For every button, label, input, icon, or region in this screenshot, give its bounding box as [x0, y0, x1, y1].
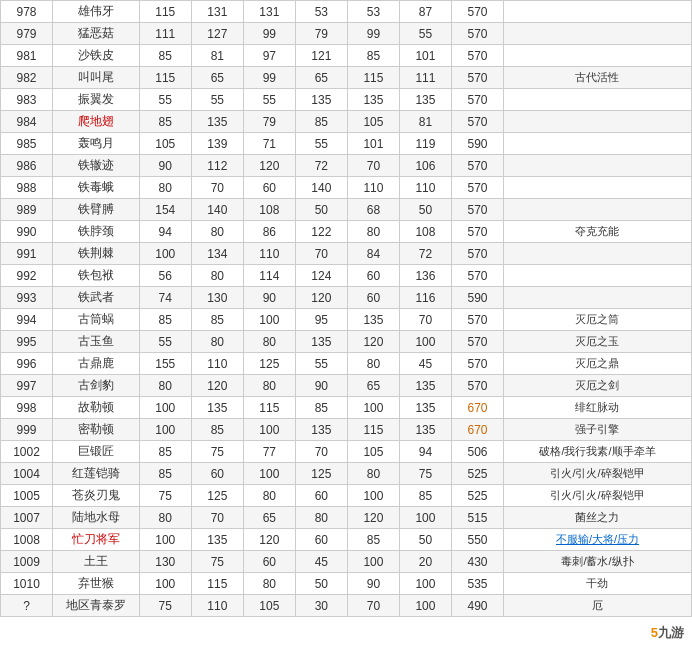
- cell-stat: 111: [139, 23, 191, 45]
- cell-stat: 70: [191, 177, 243, 199]
- cell-stat: 85: [191, 309, 243, 331]
- cell-stat: 80: [243, 485, 295, 507]
- table-row: 998故勒顿10013511585100135670绯红脉动: [1, 397, 692, 419]
- cell-stat: 100: [243, 463, 295, 485]
- cell-id: 997: [1, 375, 53, 397]
- cell-stat: 115: [191, 573, 243, 595]
- cell-special: 干劲: [503, 573, 691, 595]
- cell-stat: 50: [295, 199, 347, 221]
- cell-stat: 55: [295, 133, 347, 155]
- cell-id: 998: [1, 397, 53, 419]
- cell-special: [503, 111, 691, 133]
- table-row: 1009土王13075604510020430毒刺/蓄水/纵扑: [1, 551, 692, 573]
- cell-special: 绯红脉动: [503, 397, 691, 419]
- cell-stat: 97: [243, 45, 295, 67]
- cell-stat: 75: [139, 485, 191, 507]
- cell-stat: 114: [243, 265, 295, 287]
- cell-stat: 115: [139, 67, 191, 89]
- cell-id: 1004: [1, 463, 53, 485]
- cell-stat: 127: [191, 23, 243, 45]
- cell-special: 灭厄之筒: [503, 309, 691, 331]
- cell-total: 570: [451, 353, 503, 375]
- cell-stat: 100: [139, 573, 191, 595]
- cell-stat: 90: [139, 155, 191, 177]
- cell-stat: 108: [243, 199, 295, 221]
- cell-special: [503, 265, 691, 287]
- cell-stat: 60: [295, 485, 347, 507]
- cell-stat: 80: [243, 375, 295, 397]
- cell-stat: 120: [347, 331, 399, 353]
- cell-stat: 105: [243, 595, 295, 617]
- cell-stat: 85: [295, 111, 347, 133]
- cell-id: 985: [1, 133, 53, 155]
- cell-stat: 100: [139, 243, 191, 265]
- cell-stat: 110: [347, 177, 399, 199]
- table-row: 997古剑豹80120809065135570灭厄之剑: [1, 375, 692, 397]
- cell-stat: 72: [295, 155, 347, 177]
- cell-stat: 55: [295, 353, 347, 375]
- cell-special: 不服输/大将/压力: [503, 529, 691, 551]
- cell-total: 570: [451, 89, 503, 111]
- cell-stat: 130: [139, 551, 191, 573]
- cell-stat: 135: [191, 397, 243, 419]
- cell-stat: 111: [399, 67, 451, 89]
- cell-stat: 135: [347, 309, 399, 331]
- cell-stat: 105: [347, 111, 399, 133]
- cell-total: 570: [451, 23, 503, 45]
- cell-id: 993: [1, 287, 53, 309]
- cell-stat: 154: [139, 199, 191, 221]
- cell-stat: 100: [399, 331, 451, 353]
- table-row: 992铁包袱568011412460136570: [1, 265, 692, 287]
- cell-id: 979: [1, 23, 53, 45]
- cell-stat: 55: [139, 331, 191, 353]
- table-row: 1007陆地水母80706580120100515菌丝之力: [1, 507, 692, 529]
- cell-stat: 108: [399, 221, 451, 243]
- cell-stat: 110: [399, 177, 451, 199]
- cell-stat: 80: [243, 573, 295, 595]
- cell-name: 铁脖颈: [53, 221, 140, 243]
- cell-stat: 122: [295, 221, 347, 243]
- table-row: 988铁毒蛾807060140110110570: [1, 177, 692, 199]
- cell-stat: 85: [191, 419, 243, 441]
- cell-name: 叫叫尾: [53, 67, 140, 89]
- cell-stat: 85: [347, 45, 399, 67]
- cell-stat: 100: [399, 573, 451, 595]
- cell-name: 故勒顿: [53, 397, 140, 419]
- table-row: 991铁荆棘100134110708472570: [1, 243, 692, 265]
- cell-stat: 100: [347, 397, 399, 419]
- cell-stat: 79: [295, 23, 347, 45]
- table-row: 1008忙刀将军100135120608550550不服输/大将/压力: [1, 529, 692, 551]
- cell-total: 570: [451, 331, 503, 353]
- cell-stat: 120: [243, 155, 295, 177]
- cell-stat: 45: [399, 353, 451, 375]
- table-row: 989铁臂膊154140108506850570: [1, 199, 692, 221]
- cell-stat: 135: [295, 419, 347, 441]
- cell-special: 厄: [503, 595, 691, 617]
- cell-total: 570: [451, 309, 503, 331]
- cell-name: 古玉鱼: [53, 331, 140, 353]
- cell-stat: 110: [191, 595, 243, 617]
- cell-stat: 68: [347, 199, 399, 221]
- cell-stat: 75: [191, 551, 243, 573]
- table-row: 982叫叫尾115659965115111570古代活性: [1, 67, 692, 89]
- cell-special: 灭厄之剑: [503, 375, 691, 397]
- table-row: 1005苍炎刃鬼75125806010085525引火/引火/碎裂铠甲: [1, 485, 692, 507]
- cell-name: 地区青泰罗: [53, 595, 140, 617]
- cell-special: 夺克充能: [503, 221, 691, 243]
- cell-special: 引火/引火/碎裂铠甲: [503, 463, 691, 485]
- cell-id: 991: [1, 243, 53, 265]
- cell-id: 1010: [1, 573, 53, 595]
- cell-name: 振翼发: [53, 89, 140, 111]
- cell-total: 525: [451, 463, 503, 485]
- cell-stat: 101: [399, 45, 451, 67]
- cell-name: 苍炎刃鬼: [53, 485, 140, 507]
- cell-stat: 100: [243, 309, 295, 331]
- table-row: 983振翼发555555135135135570: [1, 89, 692, 111]
- cell-id: 990: [1, 221, 53, 243]
- table-row: 996古鼎鹿155110125558045570灭厄之鼎: [1, 353, 692, 375]
- cell-total: 535: [451, 573, 503, 595]
- cell-special: 菌丝之力: [503, 507, 691, 529]
- cell-id: 978: [1, 1, 53, 23]
- cell-total: 670: [451, 397, 503, 419]
- cell-name: 忙刀将军: [53, 529, 140, 551]
